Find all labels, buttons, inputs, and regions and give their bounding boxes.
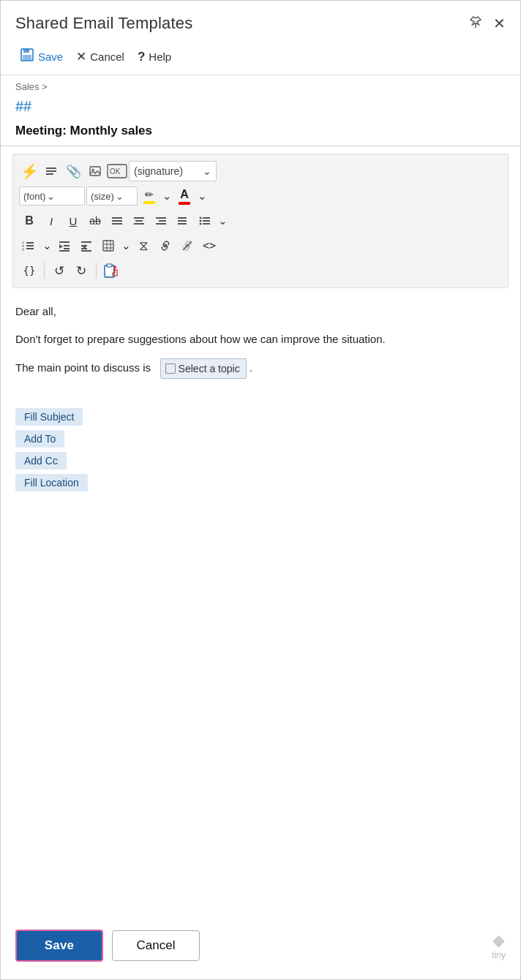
font-chevron-icon: ⌄ [47,191,55,202]
indent-icon[interactable] [54,235,75,256]
undo-icon[interactable]: ↺ [49,260,70,281]
content-line2: Don't forget to prepare suggestions abou… [15,331,506,348]
svg-point-26 [200,223,202,225]
svg-text:OK: OK [110,167,121,176]
unlink-icon[interactable] [177,235,198,256]
breadcrumb-text: Sales > [15,81,48,92]
strikethrough-icon[interactable]: ab [85,211,105,231]
svg-point-24 [200,217,202,219]
tiny-diamond-icon: ◆ [492,931,505,950]
template-tag: ## [1,95,520,119]
lightning-icon[interactable]: ⚡ [19,161,40,181]
ordered-list-chevron-icon[interactable]: ⌄ [41,235,53,256]
align-left-icon[interactable] [107,211,127,231]
svg-rect-44 [81,248,87,249]
svg-text:2: 2 [22,247,25,252]
ordered-list-icon[interactable]: 12 [19,235,40,256]
close-icon[interactable]: ✕ [493,15,506,32]
svg-rect-7 [90,167,100,176]
ok-button-icon[interactable]: OK [107,161,127,181]
subject-line: Meeting: Monthly sales [1,119,520,146]
align-right-icon[interactable] [151,211,171,231]
bold-icon[interactable]: B [19,211,40,231]
attachment-icon[interactable]: 📎 [63,161,83,181]
svg-rect-39 [64,248,70,249]
svg-rect-36 [59,241,70,243]
cancel-button[interactable]: Cancel [112,930,200,961]
content-line3-post: . [250,361,252,374]
topic-label: Select a topic [179,361,240,377]
signature-dropdown[interactable]: (signature) ⌄ [129,161,217,181]
font-color-chevron-icon[interactable]: ⌄ [196,186,208,206]
chip-fill-location[interactable]: Fill Location [15,474,88,491]
size-dropdown[interactable]: (size) ⌄ [86,186,138,206]
table-chevron-icon[interactable]: ⌄ [120,235,132,256]
italic-icon[interactable]: I [41,211,61,231]
help-label: Help [149,50,171,63]
svg-rect-34 [26,245,34,246]
toolbar-row-4: 12 ⌄ ⌄ ⧖ <> [19,233,502,258]
svg-rect-20 [178,217,188,219]
justify-icon[interactable] [173,211,193,231]
toolbar-row-5: {} ↺ ↻ [19,258,502,283]
header-actions: ✕ [468,15,506,33]
image-icon[interactable] [85,161,105,181]
link-icon[interactable] [155,235,176,256]
save-top-button[interactable]: Save [15,46,67,67]
save-button[interactable]: Save [15,930,103,962]
align-center-icon[interactable] [129,211,149,231]
svg-rect-12 [112,220,122,222]
save-icon [20,48,34,66]
redo-icon[interactable]: ↻ [71,260,91,281]
chip-add-to[interactable]: Add To [15,430,64,448]
underline-icon[interactable]: U [63,211,83,231]
svg-rect-11 [112,217,122,219]
help-icon: ? [138,50,145,64]
svg-rect-5 [46,170,56,172]
svg-point-8 [92,169,94,171]
svg-rect-6 [46,173,53,175]
svg-rect-45 [81,250,91,252]
content-line1: Dear all, [15,303,506,320]
highlight-button[interactable]: ✏ [139,186,160,206]
table-icon[interactable] [98,235,119,256]
outdent-icon[interactable] [76,235,97,256]
divider-1 [44,263,45,279]
app-title: Shared Email Templates [15,14,192,33]
help-button[interactable]: ? Help [133,48,176,66]
svg-rect-13 [112,223,122,225]
footer-buttons: Save Cancel ◆ tiny [1,930,520,962]
paste-icon[interactable] [101,260,121,281]
signature-label: (signature) [134,165,183,177]
main-toolbar: Save ✕ Cancel ? Help [1,40,520,75]
svg-rect-35 [26,248,34,249]
braces-icon[interactable]: {} [19,260,40,281]
breadcrumb: Sales > [1,75,520,95]
paint-fill-icon[interactable]: ⧖ [133,235,154,256]
font-dropdown[interactable]: (font) ⌄ [19,186,85,206]
list-chevron-icon[interactable]: ⌄ [217,211,228,231]
cancel-top-button[interactable]: ✕ Cancel [72,48,129,66]
select-topic-button[interactable]: Select a topic [160,358,247,379]
list-icon[interactable] [195,211,215,231]
lines-icon[interactable] [41,161,61,181]
svg-rect-33 [26,242,34,244]
subject-text: Meeting: Monthly sales [15,124,152,137]
svg-rect-16 [134,223,144,225]
svg-rect-38 [64,245,70,246]
highlight-chevron-icon[interactable]: ⌄ [161,186,173,206]
toolbar-row-3: B I U ab ⌄ [19,208,502,233]
svg-rect-27 [203,217,210,219]
toolbar-row-2: (font) ⌄ (size) ⌄ ✏ ⌄ A ⌄ [19,184,502,208]
code-icon[interactable]: <> [199,235,220,256]
pencil-icon: ✏ [145,189,154,200]
editor-content[interactable]: Dear all, Don't forget to prepare sugges… [1,291,520,401]
chip-add-cc[interactable]: Add Cc [15,452,67,470]
font-color-button[interactable]: A [174,186,195,206]
svg-rect-43 [81,245,87,246]
svg-marker-37 [59,244,63,249]
tag-text: ## [15,98,31,114]
font-label: (font) [23,191,45,202]
chip-fill-subject[interactable]: Fill Subject [15,408,83,426]
pin-icon[interactable] [468,15,483,33]
